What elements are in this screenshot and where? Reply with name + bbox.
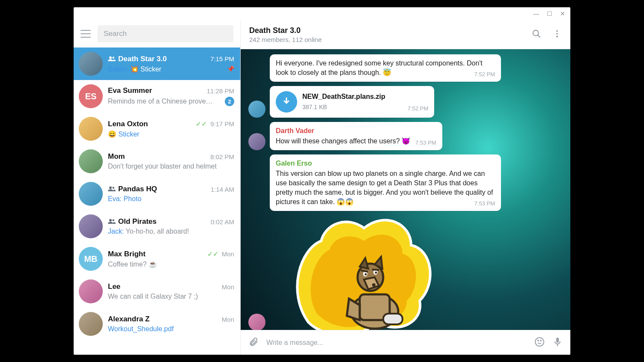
chat-list-item[interactable]: Lee Mon We can call it Galaxy Star 7 ;) <box>74 275 240 308</box>
svg-point-18 <box>375 272 377 274</box>
emoji-icon[interactable] <box>534 337 545 349</box>
window-maximize-button[interactable]: ☐ <box>547 10 552 17</box>
menu-button[interactable] <box>80 30 91 38</box>
chat-name: Old Pirates <box>118 217 157 226</box>
messages-area[interactable]: Hi everyone. I've redesigned some key st… <box>241 49 570 330</box>
group-icon <box>108 218 116 226</box>
microphone-icon[interactable] <box>552 337 563 349</box>
svg-point-6 <box>533 30 539 36</box>
chat-name: Mom <box>108 152 125 161</box>
read-checks-icon: ✓✓ Mon <box>207 250 234 258</box>
chat-list-item[interactable]: Pandas HQ 1:14 AM Eva: Photo <box>74 178 240 210</box>
chat-header: Death Star 3.0 242 members, 112 online <box>241 20 570 49</box>
chat-name: Max Bright <box>108 250 146 258</box>
message-sender: Darth Vader <box>276 126 436 136</box>
chat-avatar <box>79 214 103 238</box>
chat-name: Alexandra Z <box>108 315 149 323</box>
svg-point-3 <box>113 187 115 189</box>
chat-header-actions <box>532 29 562 40</box>
message-row: Hi everyone. I've redesigned some key st… <box>248 54 563 82</box>
svg-point-16 <box>365 273 367 276</box>
chat-avatar <box>79 117 103 141</box>
message-avatar[interactable] <box>248 133 265 150</box>
chat-list-item[interactable]: Mom 8:02 PM Don't forget your blaster an… <box>74 145 240 178</box>
text-message[interactable]: Hi everyone. I've redesigned some key st… <box>270 54 501 82</box>
search-box[interactable] <box>98 25 233 42</box>
chat-time: 7:15 PM <box>210 55 234 62</box>
message-avatar[interactable] <box>248 314 265 330</box>
chat-list-item[interactable]: MB Max Bright ✓✓ Mon Coffee time? ☕ <box>74 243 240 275</box>
chat-list-item[interactable]: Death Star 3.0 7:15 PM Galen: 💥 Sticker … <box>74 47 240 80</box>
chat-subtitle: 242 members, 112 online <box>249 36 322 43</box>
chat-time: 8:02 PM <box>210 153 234 160</box>
chat-snippet: 😄 Sticker <box>108 130 234 138</box>
message-time: 7:52 PM <box>408 105 428 113</box>
message-sender: Galen Erso <box>276 159 495 168</box>
message-composer <box>241 330 570 355</box>
search-icon[interactable] <box>532 29 541 40</box>
sidebar: Death Star 3.0 7:15 PM Galen: 💥 Sticker … <box>74 20 241 355</box>
chat-list-item[interactable]: Lena Oxton ✓✓ 9:17 PM 😄 Sticker <box>74 113 240 145</box>
chat-name: Lena Oxton <box>108 120 148 128</box>
chat-avatar <box>79 279 103 303</box>
pin-icon: 📌 <box>227 65 234 72</box>
svg-point-20 <box>535 338 544 346</box>
message-time: 7:53 PM <box>474 200 495 208</box>
svg-rect-23 <box>557 344 558 346</box>
chat-snippet: Reminds me of a Chinese prove… <box>108 98 222 105</box>
text-message[interactable]: Galen Erso This version can blow up two … <box>270 154 501 211</box>
svg-point-14 <box>372 283 376 287</box>
read-checks-icon: ✓✓ 9:17 PM <box>196 120 234 128</box>
chat-list-item[interactable]: Alexandra Z Mon Workout_Shedule.pdf <box>74 308 240 340</box>
chat-name: Death Star 3.0 <box>118 55 167 63</box>
window-minimize-button[interactable]: — <box>533 10 539 17</box>
text-message[interactable]: Darth Vader How will these changes affec… <box>270 122 442 150</box>
unread-badge: 2 <box>225 97 234 106</box>
chat-list[interactable]: Death Star 3.0 7:15 PM Galen: 💥 Sticker … <box>74 47 240 355</box>
window-close-button[interactable]: ✕ <box>560 10 565 17</box>
svg-point-10 <box>556 36 558 37</box>
chat-name: Lee <box>108 282 120 291</box>
window-titlebar: — ☐ ✕ <box>74 7 570 20</box>
sticker-message[interactable] <box>291 215 437 330</box>
chat-time: 0:02 AM <box>211 218 234 226</box>
message-text: How will these changes affect the users?… <box>276 137 410 145</box>
svg-point-21 <box>538 340 539 341</box>
message-row <box>248 215 563 330</box>
chat-time: Mon <box>222 283 234 291</box>
chat-snippet: Don't forget your blaster and helmet <box>108 163 234 170</box>
svg-point-1 <box>113 56 115 59</box>
svg-point-22 <box>540 340 541 341</box>
more-menu-icon[interactable] <box>552 29 562 40</box>
chat-avatar: MB <box>79 247 103 271</box>
chat-avatar <box>79 182 103 206</box>
file-name: NEW_DeathStar.plans.zip <box>302 92 385 101</box>
chat-time: 1:14 AM <box>211 186 234 193</box>
app-window: — ☐ ✕ Death Star 3.0 7:15 PM Galen: 💥 St… <box>74 7 570 355</box>
sidebar-header <box>74 20 240 47</box>
chat-snippet: Jack: Yo-ho-ho, all aboard! <box>108 228 234 235</box>
message-time: 7:53 PM <box>415 139 436 147</box>
download-icon[interactable] <box>276 91 297 113</box>
chat-snippet: Workout_Shedule.pdf <box>108 325 234 333</box>
chat-snippet: Coffee time? ☕ <box>108 260 234 268</box>
chat-list-item[interactable]: Old Pirates 0:02 AM Jack: Yo-ho-ho, all … <box>74 210 240 243</box>
chat-header-info[interactable]: Death Star 3.0 242 members, 112 online <box>249 26 322 43</box>
chat-name: Eva Summer <box>108 86 152 95</box>
chat-avatar <box>79 149 103 173</box>
message-avatar[interactable] <box>248 101 265 118</box>
svg-point-9 <box>556 33 558 35</box>
chat-snippet: Eva: Photo <box>108 195 234 203</box>
svg-point-0 <box>109 56 112 59</box>
chat-avatar <box>79 52 103 76</box>
attach-icon[interactable] <box>248 337 259 349</box>
chat-avatar: ES <box>79 84 103 108</box>
file-message[interactable]: NEW_DeathStar.plans.zip 387.1 KB 7:52 PM <box>270 86 434 118</box>
app-content: Death Star 3.0 7:15 PM Galen: 💥 Sticker … <box>74 20 570 355</box>
message-input[interactable] <box>266 339 527 347</box>
search-input[interactable] <box>104 30 227 38</box>
chat-name: Pandas HQ <box>118 185 157 193</box>
chat-list-item[interactable]: ES Eva Summer 11:28 PM Reminds me of a C… <box>74 80 240 113</box>
chat-snippet: We can call it Galaxy Star 7 ;) <box>108 293 234 300</box>
svg-line-7 <box>538 35 540 37</box>
